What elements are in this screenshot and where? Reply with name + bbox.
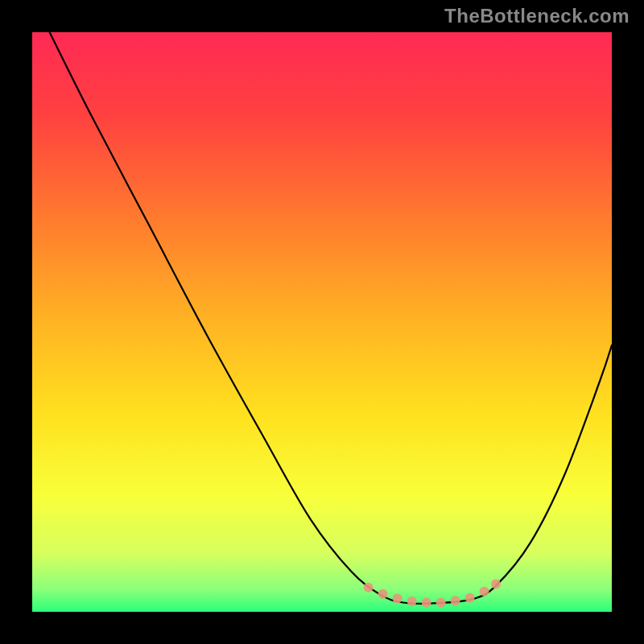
watermark-text: TheBottleneck.com [444,5,630,27]
valley-dot [436,597,446,607]
plot-svg [32,32,612,612]
plot-area [32,32,612,612]
valley-dot [364,583,374,592]
valley-dot [491,579,501,588]
chart-frame: TheBottleneck.com [0,0,644,644]
valley-dot [465,593,475,603]
valley-dot [407,597,417,606]
gradient-background [32,32,612,612]
valley-dot [480,587,489,597]
valley-dot [378,589,388,599]
valley-dot [422,597,431,607]
valley-dot [451,596,460,605]
valley-dot [393,593,402,603]
